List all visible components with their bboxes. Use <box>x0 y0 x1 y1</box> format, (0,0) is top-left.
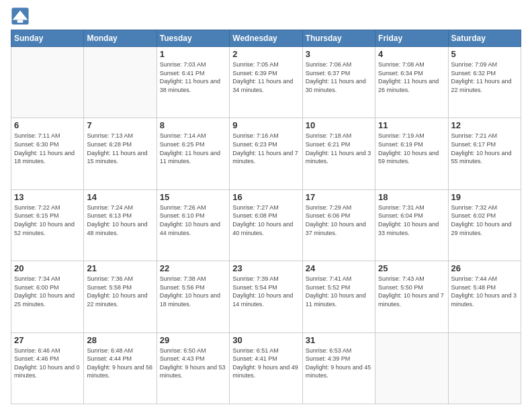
day-number: 8 <box>160 120 226 130</box>
day-number: 27 <box>14 335 81 345</box>
week-row-0: 1Sunrise: 7:03 AMSunset: 6:41 PMDaylight… <box>11 47 521 118</box>
calendar-cell <box>84 47 157 118</box>
calendar-cell <box>11 47 84 118</box>
day-number: 24 <box>306 263 372 273</box>
day-number: 7 <box>87 120 153 130</box>
day-info: Sunrise: 7:41 AMSunset: 5:52 PMDaylight:… <box>306 275 372 308</box>
calendar-cell: 3Sunrise: 7:06 AMSunset: 6:37 PMDaylight… <box>302 47 375 118</box>
day-number: 22 <box>160 263 226 273</box>
day-number: 13 <box>14 192 81 202</box>
day-number: 10 <box>306 120 372 130</box>
day-info: Sunrise: 7:32 AMSunset: 6:02 PMDaylight:… <box>451 203 518 237</box>
calendar-cell: 7Sunrise: 7:13 AMSunset: 6:28 PMDaylight… <box>84 118 157 189</box>
calendar-cell: 14Sunrise: 7:24 AMSunset: 6:13 PMDayligh… <box>84 189 157 261</box>
weekday-header-friday: Friday <box>375 30 448 47</box>
day-info: Sunrise: 6:50 AMSunset: 4:43 PMDaylight:… <box>160 347 226 380</box>
day-info: Sunrise: 7:39 AMSunset: 5:54 PMDaylight:… <box>232 275 299 308</box>
day-info: Sunrise: 7:36 AMSunset: 5:58 PMDaylight:… <box>87 275 153 308</box>
day-number: 3 <box>306 49 372 59</box>
weekday-header-row: SundayMondayTuesdayWednesdayThursdayFrid… <box>11 30 521 47</box>
day-number: 26 <box>451 263 518 273</box>
svg-rect-2 <box>17 20 23 23</box>
calendar-cell: 16Sunrise: 7:27 AMSunset: 6:08 PMDayligh… <box>230 189 302 261</box>
day-number: 1 <box>160 49 226 59</box>
calendar-cell: 11Sunrise: 7:19 AMSunset: 6:19 PMDayligh… <box>375 118 448 189</box>
calendar-cell: 21Sunrise: 7:36 AMSunset: 5:58 PMDayligh… <box>84 261 157 332</box>
day-info: Sunrise: 7:29 AMSunset: 6:06 PMDaylight:… <box>306 203 372 237</box>
day-number: 20 <box>14 263 81 273</box>
day-info: Sunrise: 7:09 AMSunset: 6:32 PMDaylight:… <box>451 60 518 94</box>
day-info: Sunrise: 7:14 AMSunset: 6:25 PMDaylight:… <box>160 132 226 165</box>
weekday-header-thursday: Thursday <box>302 30 375 47</box>
calendar-cell: 6Sunrise: 7:11 AMSunset: 6:30 PMDaylight… <box>11 118 84 189</box>
day-info: Sunrise: 7:34 AMSunset: 6:00 PMDaylight:… <box>14 275 81 308</box>
calendar-cell: 24Sunrise: 7:41 AMSunset: 5:52 PMDayligh… <box>302 261 375 332</box>
day-info: Sunrise: 6:48 AMSunset: 4:44 PMDaylight:… <box>87 347 153 380</box>
day-number: 17 <box>306 192 372 202</box>
day-number: 6 <box>14 120 81 130</box>
day-info: Sunrise: 7:13 AMSunset: 6:28 PMDaylight:… <box>87 132 153 165</box>
calendar-cell: 10Sunrise: 7:18 AMSunset: 6:21 PMDayligh… <box>302 118 375 189</box>
day-number: 23 <box>232 263 299 273</box>
calendar-cell: 20Sunrise: 7:34 AMSunset: 6:00 PMDayligh… <box>11 261 84 332</box>
calendar-cell: 1Sunrise: 7:03 AMSunset: 6:41 PMDaylight… <box>157 47 229 118</box>
week-row-2: 13Sunrise: 7:22 AMSunset: 6:15 PMDayligh… <box>11 189 521 261</box>
calendar-cell: 28Sunrise: 6:48 AMSunset: 4:44 PMDayligh… <box>84 332 157 404</box>
weekday-header-saturday: Saturday <box>448 30 521 47</box>
header <box>11 7 521 26</box>
weekday-header-sunday: Sunday <box>11 30 84 47</box>
day-info: Sunrise: 7:24 AMSunset: 6:13 PMDaylight:… <box>87 203 153 237</box>
day-info: Sunrise: 7:03 AMSunset: 6:41 PMDaylight:… <box>160 60 226 94</box>
calendar-cell: 4Sunrise: 7:08 AMSunset: 6:34 PMDaylight… <box>375 47 448 118</box>
weekday-header-tuesday: Tuesday <box>157 30 229 47</box>
calendar-cell <box>448 332 521 404</box>
day-number: 9 <box>232 120 299 130</box>
day-number: 30 <box>232 335 299 345</box>
day-number: 2 <box>232 49 299 59</box>
day-info: Sunrise: 7:18 AMSunset: 6:21 PMDaylight:… <box>306 132 372 165</box>
week-row-3: 20Sunrise: 7:34 AMSunset: 6:00 PMDayligh… <box>11 261 521 332</box>
calendar-cell: 26Sunrise: 7:44 AMSunset: 5:48 PMDayligh… <box>448 261 521 332</box>
day-info: Sunrise: 6:51 AMSunset: 4:41 PMDaylight:… <box>232 347 299 380</box>
logo-icon <box>11 7 30 26</box>
logo <box>11 7 31 26</box>
calendar-cell: 2Sunrise: 7:05 AMSunset: 6:39 PMDaylight… <box>230 47 302 118</box>
calendar-cell: 19Sunrise: 7:32 AMSunset: 6:02 PMDayligh… <box>448 189 521 261</box>
calendar-cell: 31Sunrise: 6:53 AMSunset: 4:39 PMDayligh… <box>302 332 375 404</box>
weekday-header-wednesday: Wednesday <box>230 30 302 47</box>
calendar-cell: 17Sunrise: 7:29 AMSunset: 6:06 PMDayligh… <box>302 189 375 261</box>
day-info: Sunrise: 6:46 AMSunset: 4:46 PMDaylight:… <box>14 347 81 380</box>
calendar-cell: 29Sunrise: 6:50 AMSunset: 4:43 PMDayligh… <box>157 332 229 404</box>
week-row-4: 27Sunrise: 6:46 AMSunset: 4:46 PMDayligh… <box>11 332 521 404</box>
day-number: 5 <box>451 49 518 59</box>
calendar-header: SundayMondayTuesdayWednesdayThursdayFrid… <box>11 30 521 47</box>
calendar-cell: 9Sunrise: 7:16 AMSunset: 6:23 PMDaylight… <box>230 118 302 189</box>
day-number: 12 <box>451 120 518 130</box>
day-number: 4 <box>378 49 445 59</box>
day-number: 11 <box>378 120 445 130</box>
day-info: Sunrise: 7:22 AMSunset: 6:15 PMDaylight:… <box>14 203 81 237</box>
calendar-cell: 27Sunrise: 6:46 AMSunset: 4:46 PMDayligh… <box>11 332 84 404</box>
calendar-cell: 8Sunrise: 7:14 AMSunset: 6:25 PMDaylight… <box>157 118 229 189</box>
week-row-1: 6Sunrise: 7:11 AMSunset: 6:30 PMDaylight… <box>11 118 521 189</box>
calendar-cell: 18Sunrise: 7:31 AMSunset: 6:04 PMDayligh… <box>375 189 448 261</box>
day-number: 15 <box>160 192 226 202</box>
calendar-body: 1Sunrise: 7:03 AMSunset: 6:41 PMDaylight… <box>11 47 521 404</box>
page: SundayMondayTuesdayWednesdayThursdayFrid… <box>0 0 532 411</box>
weekday-header-monday: Monday <box>84 30 157 47</box>
calendar-cell: 5Sunrise: 7:09 AMSunset: 6:32 PMDaylight… <box>448 47 521 118</box>
day-info: Sunrise: 7:19 AMSunset: 6:19 PMDaylight:… <box>378 132 445 165</box>
calendar-cell: 22Sunrise: 7:38 AMSunset: 5:56 PMDayligh… <box>157 261 229 332</box>
day-info: Sunrise: 7:43 AMSunset: 5:50 PMDaylight:… <box>378 275 445 308</box>
day-info: Sunrise: 6:53 AMSunset: 4:39 PMDaylight:… <box>306 347 372 380</box>
calendar: SundayMondayTuesdayWednesdayThursdayFrid… <box>11 30 521 404</box>
day-number: 18 <box>378 192 445 202</box>
day-info: Sunrise: 7:06 AMSunset: 6:37 PMDaylight:… <box>306 60 372 94</box>
calendar-cell: 30Sunrise: 6:51 AMSunset: 4:41 PMDayligh… <box>230 332 302 404</box>
day-info: Sunrise: 7:11 AMSunset: 6:30 PMDaylight:… <box>14 132 81 165</box>
day-info: Sunrise: 7:26 AMSunset: 6:10 PMDaylight:… <box>160 203 226 237</box>
day-number: 31 <box>306 335 372 345</box>
day-number: 21 <box>87 263 153 273</box>
calendar-cell <box>375 332 448 404</box>
day-number: 19 <box>451 192 518 202</box>
